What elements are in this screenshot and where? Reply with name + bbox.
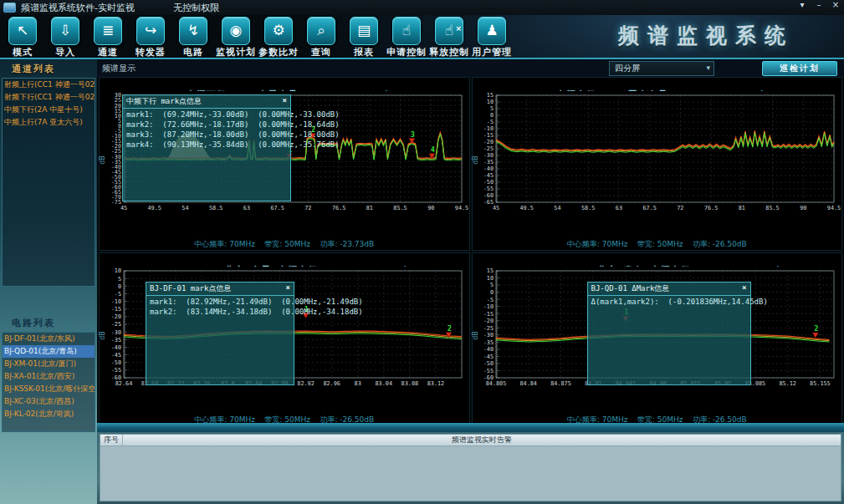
- minimize-icon[interactable]: –: [814, 0, 824, 9]
- svg-text:4: 4: [431, 146, 435, 154]
- svg-text:83.08: 83.08: [401, 380, 417, 387]
- svg-text:85.155: 85.155: [810, 380, 831, 387]
- chart-footer: 中心频率: 70MHz 带宽: 50MHz 功率: -23.73dB: [100, 239, 469, 250]
- request-control-button[interactable]: ☝ 申请控制: [389, 17, 424, 59]
- mode-button[interactable]: ↖ 模式: [5, 17, 40, 59]
- param-compare-button[interactable]: ⚙ 参数比对: [261, 17, 296, 59]
- svg-text:5: 5: [490, 105, 494, 112]
- svg-text:76.5: 76.5: [332, 205, 345, 211]
- svg-text:-25: -25: [483, 145, 494, 152]
- channel-item[interactable]: 中频下行(2A 中星十号): [3, 104, 95, 116]
- import-button[interactable]: ⇩ 导入: [48, 17, 83, 59]
- y-axis-label: dB: [471, 155, 478, 165]
- chart-footer: 中心频率: 70MHz 带宽: 50MHz 功率: -26.50dB: [473, 239, 842, 250]
- chart-title: BJ-DF-01(北京/东风)中频上行max:-11.94min:-37.74: [100, 253, 469, 267]
- svg-text:30: 30: [115, 92, 121, 99]
- circuit-item[interactable]: BJ-KSSK-01(北京/喀什深空站): [3, 383, 95, 395]
- channel-item[interactable]: 射频上行(CC1 神通一号02星): [3, 79, 95, 91]
- spectrum-plot[interactable]: -65-60-55-50-45-40-35-30-25-20-15-10-505…: [473, 91, 841, 215]
- splitter-bar[interactable]: [97, 423, 844, 432]
- svg-text:49.5: 49.5: [520, 205, 534, 211]
- svg-text:-55: -55: [483, 186, 494, 192]
- svg-text:-25: -25: [110, 321, 120, 328]
- svg-text:-20: -20: [483, 318, 494, 324]
- svg-text:0: 0: [490, 112, 494, 119]
- svg-text:81: 81: [366, 205, 372, 211]
- user-management-button[interactable]: ♟ 用户管理: [474, 17, 509, 59]
- alarm-body[interactable]: [100, 446, 841, 501]
- svg-text:-35: -35: [483, 339, 494, 346]
- spectrum-display-label: 频谱显示: [102, 63, 136, 74]
- svg-text:-45: -45: [483, 354, 494, 360]
- svg-text:84.875: 84.875: [550, 380, 571, 387]
- svg-text:81: 81: [739, 205, 745, 211]
- controls-row: 频谱显示 四分屏 ▾ 巡检计划: [97, 59, 844, 77]
- channel-item[interactable]: 射频下行(CC1 神通一号02星): [3, 91, 95, 104]
- sidebar: 通道列表 射频上行(CC1 神通一号02星) 射频下行(CC1 神通一号02星)…: [0, 59, 98, 504]
- svg-text:54: 54: [182, 205, 188, 211]
- circuit-item[interactable]: BJ-XC-03(北京/西昌): [3, 395, 95, 408]
- y-axis-label: dB: [99, 155, 106, 165]
- svg-text:3: 3: [411, 131, 415, 139]
- svg-text:90: 90: [427, 205, 434, 211]
- svg-text:-10: -10: [483, 303, 494, 310]
- circuit-item-selected[interactable]: BJ-QD-01(北京/青岛): [3, 345, 95, 358]
- channel-item[interactable]: 中频上行(7A 亚太六号): [3, 116, 95, 129]
- svg-text:85.5: 85.5: [766, 205, 780, 211]
- app-main-title: 频谱监视系统: [618, 22, 794, 49]
- mark-info-popup: BJ-DF-01 mark点信息× mark1: (82.92MHz,-21.4…: [146, 282, 294, 385]
- circuit-button[interactable]: ↯ 电路: [176, 17, 211, 59]
- release-control-button[interactable]: ☝× 释放控制: [432, 17, 467, 59]
- close-icon[interactable]: ×: [742, 283, 746, 294]
- circuit-item[interactable]: BJ-KL-02(北京/岢岚): [3, 408, 95, 420]
- curved-arrow-icon: ↪: [136, 17, 165, 45]
- svg-text:10: 10: [115, 267, 121, 274]
- svg-text:10: 10: [487, 275, 494, 282]
- circuit-item[interactable]: BJ-DF-01(北京/东风): [3, 333, 95, 345]
- svg-text:-10: -10: [110, 298, 120, 305]
- pin-icon[interactable]: ▾: [797, 0, 807, 9]
- monitor-plan-button[interactable]: ◉ 监视计划: [218, 17, 253, 59]
- screen-mode-dropdown[interactable]: 四分屏 ▾: [609, 61, 714, 76]
- circuit-item[interactable]: BJ-XA-01(北京/西安): [3, 370, 95, 383]
- svg-text:15: 15: [487, 267, 494, 274]
- circuit-item[interactable]: BJ-XM-01(北京/厦门): [3, 358, 95, 370]
- svg-text:-5: -5: [487, 297, 494, 303]
- transponder-button[interactable]: ↪ 转发器: [133, 17, 168, 59]
- svg-text:-35: -35: [483, 159, 494, 165]
- close-icon[interactable]: ×: [283, 96, 287, 107]
- svg-text:-30: -30: [110, 329, 120, 336]
- plug-icon: ↯: [179, 17, 207, 45]
- chart-if-downlink: 中频下行(2A 中星十号)max:-3.45min:-39.15 dB -75-…: [99, 77, 470, 251]
- svg-text:-60: -60: [483, 192, 494, 199]
- channel-button[interactable]: ≣ 通道: [90, 17, 125, 59]
- wrench-icon: ⚙: [264, 17, 293, 45]
- svg-text:-35: -35: [110, 337, 120, 344]
- chart-title: 中频上行(7A 亚太六号)max:-11.94min:-37.74: [473, 78, 842, 91]
- svg-text:83: 83: [354, 380, 361, 387]
- svg-text:-50: -50: [483, 179, 494, 186]
- alarm-title: 频谱监视实时告警: [123, 435, 841, 445]
- report-button[interactable]: ▤ 报表: [346, 17, 381, 59]
- toolbar: ↖ 模式 ⇩ 导入 ≣ 通道 ↪ 转发器 ↯ 电路 ◉ 监视计划 ⚙ 参数比对 …: [5, 17, 509, 59]
- svg-text:-50: -50: [483, 360, 494, 367]
- svg-text:54: 54: [555, 205, 561, 211]
- svg-text:63: 63: [616, 205, 622, 211]
- person-icon: ♟: [478, 17, 506, 45]
- svg-text:-5: -5: [115, 291, 121, 298]
- sliders-icon: ≣: [94, 17, 122, 45]
- window-title: 频谱监视系统软件-实时监视: [21, 2, 135, 14]
- patrol-plan-button[interactable]: 巡检计划: [762, 61, 837, 76]
- svg-text:45: 45: [120, 205, 127, 211]
- svg-text:-55: -55: [483, 368, 494, 374]
- svg-text:45: 45: [493, 205, 499, 211]
- svg-text:84.84: 84.84: [520, 380, 537, 387]
- close-icon[interactable]: ×: [831, 0, 841, 9]
- svg-text:-50: -50: [110, 359, 120, 366]
- hand-pointer-icon: ☝: [392, 17, 421, 45]
- chart-if-uplink: 中频上行(7A 亚太六号)max:-11.94min:-37.74 dB -65…: [472, 77, 843, 251]
- svg-text:82.64: 82.64: [115, 380, 132, 387]
- svg-text:2: 2: [815, 325, 819, 333]
- query-button[interactable]: ⌕ 查询: [304, 17, 339, 59]
- close-icon[interactable]: ×: [286, 283, 290, 294]
